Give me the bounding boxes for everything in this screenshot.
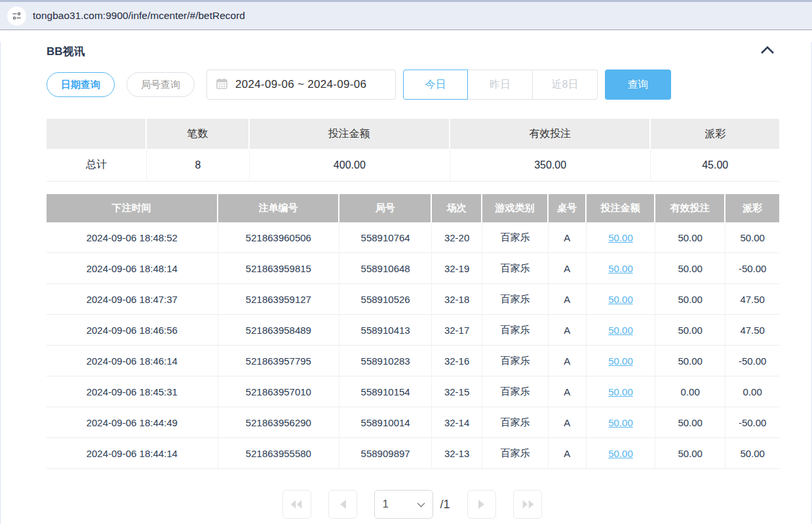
game-type-cell: 百家乐: [482, 253, 549, 284]
table-row: 2024-09-06 18:44:49 521863956290 5589100…: [47, 407, 779, 438]
session-cell: 32-13: [432, 438, 482, 469]
round-no-cell: 558910648: [339, 253, 432, 284]
collapse-chevron-up-icon[interactable]: [757, 44, 778, 58]
round-query-tab[interactable]: 局号查询: [126, 72, 195, 97]
payout-cell: 47.50: [725, 284, 779, 315]
round-no-cell: 558909897: [339, 438, 432, 469]
summary-count-value: 8: [147, 149, 250, 182]
prev-page-button[interactable]: [328, 490, 357, 519]
summary-total-row: 总计 8 400.00 350.00 45.00: [47, 149, 779, 182]
today-button[interactable]: 今日: [403, 70, 468, 100]
order-no-cell: 521863956290: [218, 407, 340, 438]
bet-amount-link[interactable]: 50.00: [608, 325, 633, 336]
order-no-cell: 521863959815: [218, 253, 340, 284]
summary-total-label: 总计: [47, 149, 147, 182]
payout-cell: 50.00: [725, 222, 779, 253]
bet-amount-link[interactable]: 50.00: [608, 355, 633, 367]
bet-amount-link[interactable]: 50.00: [608, 232, 633, 243]
session-cell: 32-19: [432, 253, 482, 284]
payout-cell: 50.00: [725, 438, 779, 469]
round-no-cell: 558910764: [339, 222, 432, 253]
order-no-cell: 521863955580: [218, 438, 340, 469]
records-header-bet-amount: 投注金额: [587, 194, 655, 222]
date-range-input[interactable]: 2024-09-06 ~ 2024-09-06: [206, 70, 396, 100]
panel-header: BB视讯: [47, 42, 778, 60]
table-no-cell: A: [549, 315, 587, 346]
order-no-cell: 521863957010: [218, 376, 340, 407]
summary-valid-bet-value: 350.00: [450, 149, 651, 182]
session-cell: 32-17: [432, 315, 482, 346]
session-cell: 32-20: [432, 222, 482, 253]
page-select[interactable]: 1: [374, 490, 433, 519]
summary-payout-value: 45.00: [651, 149, 779, 182]
records-header-table-no: 桌号: [549, 194, 587, 222]
summary-header-valid-bet: 有效投注: [450, 119, 651, 149]
yesterday-button[interactable]: 昨日: [468, 70, 533, 100]
order-no-cell: 521863957795: [218, 346, 340, 376]
table-row: 2024-09-06 18:44:14 521863955580 5589098…: [47, 438, 779, 469]
valid-bet-cell: 50.00: [655, 284, 725, 315]
table-no-cell: A: [549, 407, 587, 438]
round-no-cell: 558910283: [339, 346, 432, 376]
bet-time-cell: 2024-09-06 18:44:14: [47, 438, 218, 469]
payout-cell: 47.50: [725, 315, 779, 346]
table-no-cell: A: [549, 222, 587, 253]
bet-record-page: BB视讯 日期查询 局号查询 2024-09-06 ~ 2024-09-06: [0, 42, 812, 524]
round-no-cell: 558910014: [339, 407, 432, 438]
table-no-cell: A: [549, 438, 587, 469]
site-settings-icon[interactable]: [7, 7, 26, 26]
table-row: 2024-09-06 18:48:52 521863960506 5589107…: [47, 222, 779, 253]
round-no-cell: 558910154: [339, 376, 432, 407]
search-button[interactable]: 查询: [605, 70, 671, 100]
payout-cell: -50.00: [725, 346, 779, 376]
session-cell: 32-18: [432, 284, 482, 315]
bet-amount-link[interactable]: 50.00: [608, 386, 633, 397]
records-header-round-no: 局号: [339, 194, 432, 222]
game-type-cell: 百家乐: [482, 222, 549, 253]
filter-row: 日期查询 局号查询 2024-09-06 ~ 2024-09-06 今日 昨日 …: [47, 70, 778, 100]
summary-header-row: 笔数 投注金额 有效投注 派彩: [47, 119, 779, 149]
bet-amount-link[interactable]: 50.00: [608, 448, 633, 459]
bet-time-cell: 2024-09-06 18:48:52: [47, 222, 218, 253]
game-type-cell: 百家乐: [482, 315, 549, 346]
payout-cell: -50.00: [725, 253, 779, 284]
records-header-order-no: 注单编号: [218, 194, 340, 222]
summary-header-blank: [47, 119, 147, 149]
pagination: 1 /1: [47, 490, 778, 519]
bet-time-cell: 2024-09-06 18:46:56: [47, 315, 218, 346]
payout-cell: 0.00: [725, 376, 779, 407]
table-no-cell: A: [549, 253, 587, 284]
table-row: 2024-09-06 18:47:37 521863959127 5589105…: [47, 284, 779, 315]
browser-address-bar[interactable]: tongbao31.com:9900/infe/mcenter/#/betRec…: [0, 0, 812, 30]
game-type-cell: 百家乐: [482, 284, 549, 315]
bet-time-cell: 2024-09-06 18:48:14: [47, 253, 218, 284]
table-row: 2024-09-06 18:48:14 521863959815 5589106…: [47, 253, 779, 284]
next-page-button[interactable]: [467, 490, 496, 519]
records-header-payout: 派彩: [725, 194, 779, 222]
summary-header-count: 笔数: [147, 119, 250, 149]
round-no-cell: 558910413: [339, 315, 432, 346]
game-type-cell: 百家乐: [482, 438, 549, 469]
round-no-cell: 558910526: [339, 284, 432, 315]
table-row: 2024-09-06 18:46:56 521863958489 5589104…: [47, 315, 779, 346]
first-page-button[interactable]: [282, 490, 311, 519]
order-no-cell: 521863958489: [218, 315, 340, 346]
url-text[interactable]: tongbao31.com:9900/infe/mcenter/#/betRec…: [33, 10, 245, 22]
session-cell: 32-16: [432, 346, 482, 376]
bet-amount-link[interactable]: 50.00: [608, 417, 633, 428]
table-row: 2024-09-06 18:46:14 521863957795 5589102…: [47, 346, 779, 376]
bet-amount-link[interactable]: 50.00: [608, 263, 633, 274]
calendar-icon: [216, 77, 228, 92]
last-8-days-button[interactable]: 近8日: [533, 70, 598, 100]
table-row: 2024-09-06 18:45:31 521863957010 5589101…: [47, 376, 779, 407]
summary-header-bet-amount: 投注金额: [250, 119, 450, 149]
valid-bet-cell: 0.00: [655, 376, 725, 407]
valid-bet-cell: 50.00: [655, 253, 725, 284]
last-page-button[interactable]: [513, 490, 542, 519]
summary-table: 笔数 投注金额 有效投注 派彩 总计 8 400.00 350.00 45.00: [47, 119, 779, 182]
summary-header-payout: 派彩: [651, 119, 779, 149]
session-cell: 32-15: [432, 376, 482, 407]
total-pages-label: /1: [440, 498, 450, 512]
date-query-tab[interactable]: 日期查询: [47, 72, 115, 97]
bet-amount-link[interactable]: 50.00: [608, 294, 633, 305]
